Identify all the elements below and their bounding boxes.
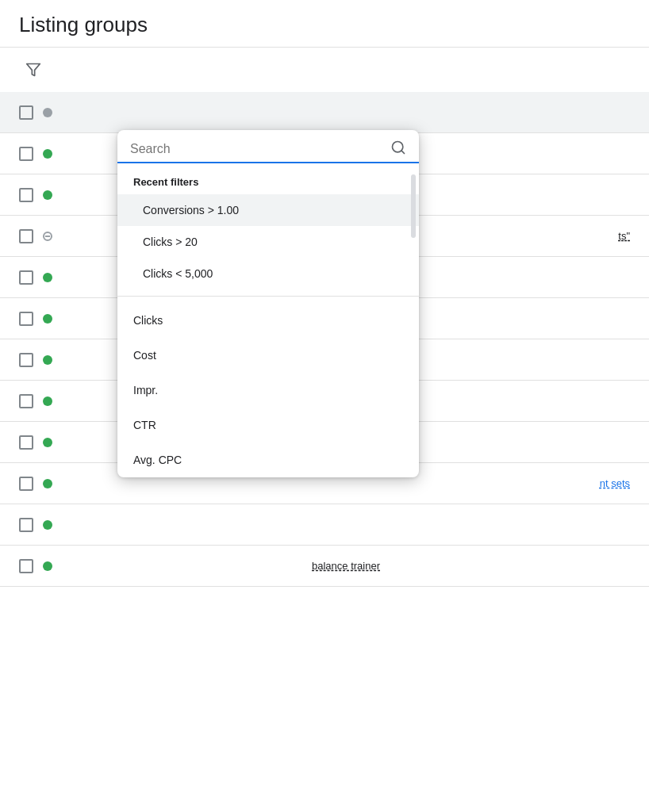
row-link-text: ts" — [618, 230, 630, 242]
row-checkbox[interactable] — [19, 229, 33, 243]
row-checkbox[interactable] — [19, 188, 33, 202]
row-text: nt sets — [62, 477, 630, 489]
scrollbar-thumb[interactable] — [411, 174, 416, 238]
status-dot — [43, 149, 52, 159]
filter-option-clicks[interactable]: Clicks — [117, 303, 419, 338]
status-dot — [43, 108, 52, 117]
toolbar — [0, 48, 649, 92]
balance-trainer-link[interactable]: balance trainer — [312, 560, 380, 572]
table-row — [0, 92, 649, 133]
row-text: balance trainer — [62, 560, 630, 572]
search-input[interactable] — [130, 142, 384, 156]
row-checkbox[interactable] — [19, 312, 33, 326]
search-icon — [390, 140, 406, 159]
table-row — [0, 504, 649, 546]
status-dot — [43, 438, 52, 447]
status-dot — [43, 561, 52, 571]
row-link-text[interactable]: nt sets — [600, 477, 630, 489]
row-checkbox[interactable] — [19, 518, 33, 532]
status-dot — [43, 355, 52, 365]
row-checkbox[interactable] — [19, 435, 33, 450]
status-dot — [43, 273, 52, 282]
status-dot — [43, 190, 52, 200]
dropdown-divider — [117, 296, 419, 297]
scrollbar-track[interactable] — [411, 174, 416, 474]
filter-option-avg-cpc[interactable]: Avg. CPC — [117, 442, 419, 477]
row-checkbox[interactable] — [19, 147, 33, 161]
status-dot — [43, 479, 52, 488]
svg-line-2 — [401, 151, 405, 154]
filter-button[interactable] — [19, 56, 48, 84]
recent-filter-item[interactable]: Clicks > 20 — [117, 226, 419, 258]
status-dot-paused — [43, 232, 52, 241]
row-checkbox[interactable] — [19, 477, 33, 491]
recent-filter-item[interactable]: Conversions > 1.00 — [117, 194, 419, 226]
recent-filters-label: Recent filters — [117, 163, 419, 194]
row-checkbox[interactable] — [19, 105, 33, 120]
status-dot — [43, 314, 52, 324]
filter-dropdown: Recent filters Conversions > 1.00 Clicks… — [117, 130, 419, 477]
filter-icon — [25, 62, 41, 78]
recent-filter-item[interactable]: Clicks < 5,000 — [117, 258, 419, 289]
page-title: Listing groups — [19, 13, 630, 37]
row-checkbox[interactable] — [19, 559, 33, 573]
row-checkbox[interactable] — [19, 270, 33, 285]
page-header: Listing groups — [0, 0, 649, 48]
search-box — [117, 130, 419, 163]
status-dot — [43, 520, 52, 530]
filter-option-ctr[interactable]: CTR — [117, 408, 419, 442]
filter-option-impr[interactable]: Impr. — [117, 373, 419, 408]
svg-marker-0 — [27, 64, 40, 76]
row-checkbox[interactable] — [19, 394, 33, 408]
status-dot — [43, 396, 52, 406]
table-area: ts" nt sets — [0, 92, 649, 587]
row-checkbox[interactable] — [19, 353, 33, 367]
filter-option-cost[interactable]: Cost — [117, 338, 419, 373]
table-row: balance trainer — [0, 546, 649, 587]
